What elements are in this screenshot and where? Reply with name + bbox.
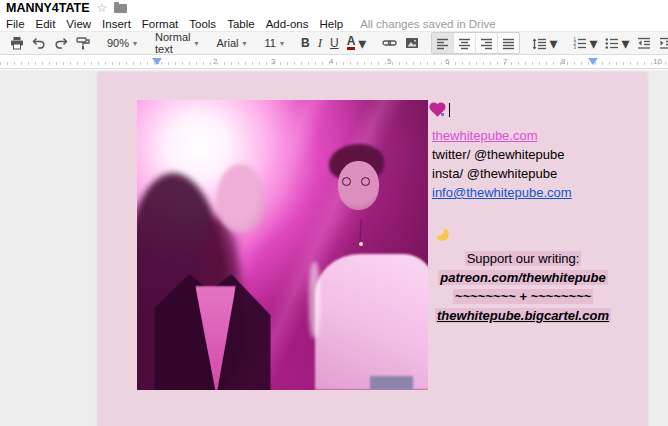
chevron-down-icon: ▾ xyxy=(589,34,597,53)
star-icon[interactable]: ☆ xyxy=(97,2,108,14)
menu-tools[interactable]: Tools xyxy=(189,18,216,30)
chevron-down-icon: ▾ xyxy=(621,34,629,53)
numbered-list-icon: 123 xyxy=(573,37,587,50)
contact-block[interactable]: thewhitepube.com twitter/ @thewhitepube … xyxy=(432,100,614,202)
chevron-down-icon: ▾ xyxy=(133,39,137,48)
menu-edit[interactable]: Edit xyxy=(36,18,56,30)
crescent-moon-emoji xyxy=(436,228,449,241)
chevron-down-icon: ▾ xyxy=(195,39,199,48)
emoji-line xyxy=(432,100,614,120)
print-icon xyxy=(10,36,24,50)
support-heading: Support our writing: xyxy=(465,251,582,266)
tilde-divider: ~~~~~~~~ + ~~~~~~~~ xyxy=(453,289,593,304)
line-spacing-button[interactable]: ▾ xyxy=(528,33,561,53)
paint-format-button[interactable] xyxy=(72,33,94,53)
menu-view[interactable]: View xyxy=(66,18,91,30)
menu-format[interactable]: Format xyxy=(142,18,178,30)
document-canvas: thewhitepube.com twitter/ @thewhitepube … xyxy=(0,70,668,426)
photo-right-figure-arm-highlight xyxy=(309,262,321,337)
photo-right-figure-shirt xyxy=(315,254,428,390)
insert-link-button[interactable] xyxy=(378,33,401,53)
font-select[interactable]: Arial▾ xyxy=(212,33,252,53)
indent-marker-left[interactable] xyxy=(152,58,162,65)
photo-glasses-lens xyxy=(361,177,370,186)
arrow-fletching xyxy=(441,113,444,116)
redo-icon xyxy=(54,36,68,50)
menu-help[interactable]: Help xyxy=(319,18,343,30)
instagram-handle: insta/ @thewhitepube xyxy=(432,164,614,183)
photo-necklace-pendant xyxy=(359,242,363,246)
print-button[interactable] xyxy=(6,33,28,53)
italic-button[interactable]: I xyxy=(314,33,326,53)
insert-image-icon xyxy=(405,36,419,50)
redo-button[interactable] xyxy=(50,33,72,53)
menu-file[interactable]: File xyxy=(6,18,25,30)
website-link[interactable]: thewhitepube.com xyxy=(432,128,538,143)
chevron-down-icon: ▾ xyxy=(243,39,247,48)
align-center-icon xyxy=(458,37,471,50)
menu-addons[interactable]: Add-ons xyxy=(266,18,309,30)
indent-button[interactable] xyxy=(655,33,668,53)
line-spacing-icon xyxy=(532,37,547,50)
link-icon xyxy=(382,36,397,50)
align-left-button[interactable] xyxy=(432,33,454,53)
patreon-link[interactable]: patreon.com/thewhitepube xyxy=(438,270,607,285)
align-justify-icon xyxy=(502,37,515,50)
bulleted-list-button[interactable]: ▾ xyxy=(601,33,633,53)
indent-marker-right[interactable] xyxy=(588,58,598,65)
text-color-button[interactable]: A▾ xyxy=(343,33,371,53)
bulleted-list-icon xyxy=(605,37,619,50)
email-link[interactable]: info@thewhitepube.com xyxy=(432,185,572,200)
bold-button[interactable]: B xyxy=(297,33,314,53)
photo-left-figure-face xyxy=(216,164,265,234)
photo-necklace xyxy=(359,219,362,245)
chevron-down-icon: ▾ xyxy=(549,34,557,53)
outdent-button[interactable] xyxy=(633,33,655,53)
photo-glasses-lens xyxy=(342,177,351,186)
ruler[interactable]: 1 2 3 4 5 6 7 8 10 xyxy=(0,56,668,69)
chevron-down-icon: ▾ xyxy=(358,34,366,53)
menubar: File Edit View Insert Format Tools Table… xyxy=(0,16,668,31)
zoom-select[interactable]: 90%▾ xyxy=(102,33,142,53)
alignment-group xyxy=(431,32,520,54)
paragraph-style-select[interactable]: Normal text▾ xyxy=(150,33,203,53)
moon-line xyxy=(430,227,616,247)
svg-text:3: 3 xyxy=(574,45,577,50)
numbered-list-button[interactable]: 123 ▾ xyxy=(569,33,601,53)
indent-icon xyxy=(659,37,668,50)
outdent-icon xyxy=(637,37,651,50)
underline-button[interactable]: U xyxy=(326,33,343,53)
support-block[interactable]: Support our writing: patreon.com/thewhit… xyxy=(430,227,616,325)
paint-format-icon xyxy=(76,36,90,50)
undo-button[interactable] xyxy=(28,33,50,53)
font-size-select[interactable]: 11▾ xyxy=(260,33,289,53)
align-right-icon xyxy=(480,37,493,50)
ruler-ticks xyxy=(0,62,668,65)
save-status[interactable]: All changes saved in Drive xyxy=(360,18,496,30)
document-title[interactable]: MANNY4TATE xyxy=(6,1,90,15)
twitter-handle: twitter/ @thewhitepube xyxy=(432,145,614,164)
titlebar: MANNY4TATE ☆ xyxy=(0,0,668,16)
chevron-down-icon: ▾ xyxy=(280,39,284,48)
menu-insert[interactable]: Insert xyxy=(102,18,131,30)
photo-jeans xyxy=(370,376,414,391)
align-left-icon xyxy=(436,37,449,50)
menu-table[interactable]: Table xyxy=(227,18,255,30)
align-right-button[interactable] xyxy=(476,33,498,53)
inline-photo[interactable] xyxy=(137,100,428,390)
insert-image-button[interactable] xyxy=(401,33,423,53)
undo-icon xyxy=(32,36,46,50)
document-page[interactable]: thewhitepube.com twitter/ @thewhitepube … xyxy=(98,72,647,426)
text-cursor xyxy=(449,103,450,117)
align-center-button[interactable] xyxy=(454,33,476,53)
folder-icon[interactable] xyxy=(114,4,127,13)
bigcartel-link[interactable]: thewhitepube.bigcartel.com xyxy=(435,308,611,323)
align-justify-button[interactable] xyxy=(498,33,519,53)
toolbar: 90%▾ Normal text▾ Arial▾ 11▾ B I U A▾ xyxy=(0,31,668,55)
